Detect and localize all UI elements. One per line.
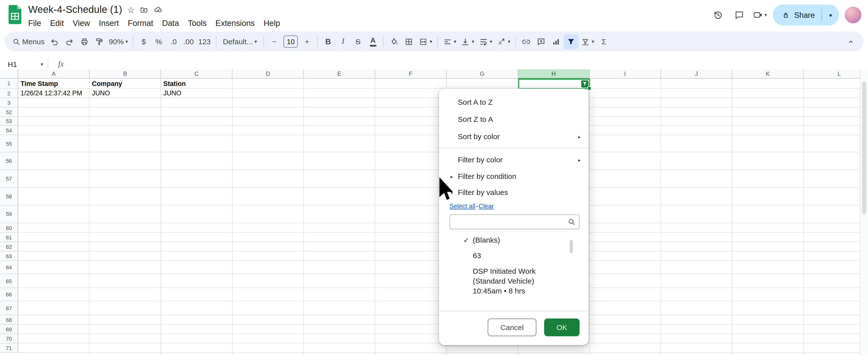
row-header[interactable]: 66 bbox=[0, 288, 18, 301]
filter-value-item[interactable]: ✓ (Blanks) bbox=[439, 233, 588, 248]
menu-item[interactable]: Edit bbox=[46, 18, 68, 28]
filter-search-input[interactable] bbox=[450, 215, 579, 229]
filter-value-item[interactable]: DSP Initiated Work (Standard Vehicle) 10… bbox=[439, 264, 588, 299]
row-header[interactable]: 63 bbox=[0, 252, 18, 261]
row-header[interactable]: 55 bbox=[0, 135, 18, 152]
horizontal-align-button[interactable]: ▾ bbox=[440, 34, 459, 49]
row-header[interactable]: 58 bbox=[0, 188, 18, 206]
text-wrap-button[interactable]: ▾ bbox=[476, 34, 494, 49]
cloud-saved-icon[interactable] bbox=[154, 5, 163, 14]
filter-by-color[interactable]: Filter by color ▸ bbox=[439, 151, 588, 169]
row-header[interactable]: 70 bbox=[0, 334, 18, 344]
increase-decimals-button[interactable]: .00 bbox=[181, 34, 196, 49]
bold-button[interactable]: B bbox=[321, 34, 336, 49]
version-history-button[interactable] bbox=[710, 7, 726, 23]
selected-column-header[interactable]: H bbox=[518, 69, 590, 79]
row-header[interactable]: 71 bbox=[0, 344, 18, 353]
menus-search-button[interactable]: Menus bbox=[10, 34, 46, 49]
print-button[interactable] bbox=[77, 34, 92, 49]
menu-item[interactable]: File bbox=[24, 18, 45, 28]
vertical-align-button[interactable]: ▾ bbox=[459, 34, 476, 49]
merge-cells-button[interactable]: ▾ bbox=[416, 34, 434, 49]
column-header[interactable]: K bbox=[733, 69, 804, 79]
functions-button[interactable]: Σ bbox=[596, 34, 612, 49]
cell-A2[interactable]: 1/26/24 12:37:42 PM bbox=[18, 89, 89, 98]
star-icon[interactable]: ☆ bbox=[127, 5, 134, 14]
paint-format-button[interactable] bbox=[92, 34, 107, 49]
document-title[interactable]: Week-4-Schedule (1) bbox=[28, 4, 122, 16]
cancel-button[interactable]: Cancel bbox=[488, 319, 536, 336]
column-header[interactable]: J bbox=[661, 69, 732, 79]
cell-A1[interactable]: Time Stamp bbox=[18, 79, 89, 88]
sort-a-to-z[interactable]: Sort A to Z bbox=[439, 94, 588, 111]
format-currency-button[interactable]: $ bbox=[136, 34, 151, 49]
sort-by-color[interactable]: Sort by color ▸ bbox=[439, 128, 588, 145]
name-box[interactable]: H1 ▾ bbox=[0, 60, 48, 68]
share-dropdown[interactable]: ▾ bbox=[822, 12, 839, 18]
menu-item[interactable]: Insert bbox=[94, 18, 123, 28]
menu-item[interactable]: Tools bbox=[183, 18, 211, 28]
row-header[interactable]: 65 bbox=[0, 274, 18, 288]
row-header[interactable]: 59 bbox=[0, 206, 18, 223]
undo-button[interactable] bbox=[47, 34, 62, 49]
share-button[interactable]: Share ▾ bbox=[772, 4, 839, 25]
column-header[interactable]: A bbox=[18, 69, 90, 79]
filter-value-item[interactable]: 63 bbox=[439, 248, 588, 264]
row-header[interactable]: 68 bbox=[0, 315, 18, 325]
row-header[interactable]: 61 bbox=[0, 233, 18, 242]
fill-color-button[interactable] bbox=[386, 34, 402, 49]
row-header[interactable]: 54 bbox=[0, 126, 18, 135]
font-size-input[interactable]: 10 bbox=[283, 36, 298, 48]
row-header[interactable]: 56 bbox=[0, 152, 18, 170]
column-header[interactable]: B bbox=[90, 69, 161, 79]
select-all-corner[interactable] bbox=[0, 69, 18, 79]
meet-button[interactable]: ▾ bbox=[752, 9, 767, 21]
row-header[interactable]: 53 bbox=[0, 117, 18, 126]
row-header[interactable]: 62 bbox=[0, 242, 18, 252]
insert-chart-button[interactable] bbox=[549, 34, 564, 49]
comments-button[interactable] bbox=[731, 7, 747, 23]
text-color-button[interactable]: A bbox=[365, 34, 380, 49]
ok-button[interactable]: OK bbox=[544, 319, 580, 336]
menu-item[interactable]: Data bbox=[157, 18, 183, 28]
menu-item[interactable]: Help bbox=[259, 18, 285, 28]
cell-C2[interactable]: JUNO bbox=[161, 89, 232, 98]
row-header[interactable]: 1 bbox=[0, 79, 18, 88]
row-header[interactable]: 64 bbox=[0, 261, 18, 274]
menu-item[interactable]: Extensions bbox=[211, 18, 259, 28]
menu-item[interactable]: Format bbox=[123, 18, 158, 28]
row-header[interactable]: 52 bbox=[0, 108, 18, 117]
text-rotation-button[interactable]: A ▾ bbox=[494, 34, 513, 49]
clear-link[interactable]: Clear bbox=[479, 203, 494, 209]
filter-views-button[interactable]: ▾ bbox=[579, 34, 596, 49]
cell-B1[interactable]: Company bbox=[90, 79, 160, 88]
column-header[interactable]: E bbox=[304, 69, 375, 79]
create-filter-button[interactable] bbox=[563, 34, 579, 49]
decrease-decimals-button[interactable]: .0 bbox=[166, 34, 181, 49]
borders-button[interactable] bbox=[401, 34, 416, 49]
column-header[interactable]: I bbox=[590, 69, 661, 79]
filter-by-condition[interactable]: ▸ Filter by condition bbox=[439, 169, 588, 184]
cell-C1[interactable]: Station bbox=[161, 79, 232, 88]
column-header[interactable]: D bbox=[232, 69, 304, 79]
scrollbar-thumb[interactable] bbox=[862, 82, 866, 214]
sheets-logo-icon[interactable] bbox=[8, 5, 22, 24]
column-header[interactable]: G bbox=[447, 69, 518, 79]
select-all-link[interactable]: Select all bbox=[450, 203, 475, 209]
redo-button[interactable] bbox=[62, 34, 77, 49]
font-select[interactable]: Default... ▾ bbox=[219, 34, 261, 49]
column-header[interactable]: L bbox=[804, 69, 860, 79]
selected-cell-H1[interactable] bbox=[518, 79, 590, 89]
italic-button[interactable]: I bbox=[336, 34, 350, 49]
row-header[interactable]: 67 bbox=[0, 301, 18, 315]
cell-B2[interactable]: JUNO bbox=[90, 89, 160, 98]
row-header[interactable]: 69 bbox=[0, 325, 18, 334]
insert-link-button[interactable] bbox=[519, 34, 534, 49]
collapse-toolbar-button[interactable] bbox=[843, 34, 858, 49]
row-header[interactable]: 3 bbox=[0, 98, 18, 108]
strikethrough-button[interactable]: S bbox=[350, 34, 366, 49]
vertical-scrollbar[interactable] bbox=[860, 69, 868, 355]
column-header[interactable]: F bbox=[375, 69, 446, 79]
row-header[interactable]: 2 bbox=[0, 89, 18, 98]
account-avatar[interactable] bbox=[845, 7, 861, 23]
